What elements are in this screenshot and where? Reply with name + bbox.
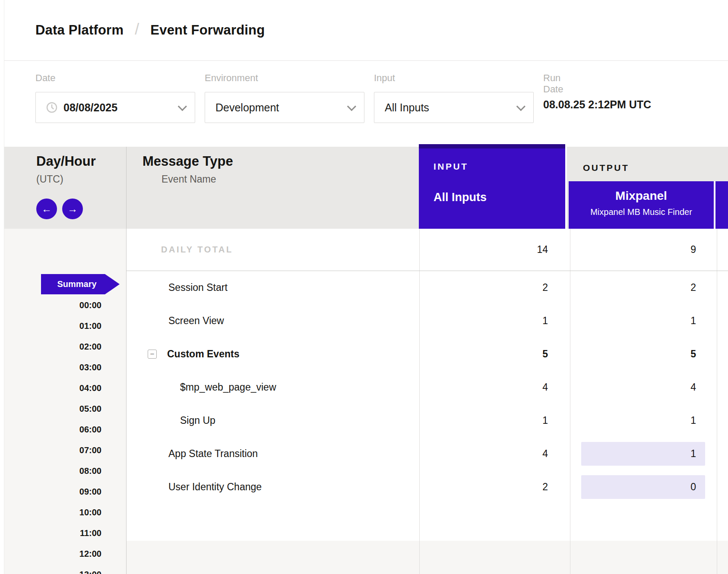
- table-row: Session Start 2 2: [127, 271, 728, 304]
- output-column-header-next-partial[interactable]: [714, 181, 728, 229]
- hour-item[interactable]: 09:00: [4, 486, 101, 498]
- event-row-label: Sign Up: [180, 404, 215, 437]
- table-row: $mp_web_page_view 4 4: [127, 371, 728, 404]
- input-column-header[interactable]: INPUT All Inputs: [419, 144, 567, 229]
- previous-day-button[interactable]: ←: [36, 199, 57, 219]
- output-connection-name: Mixpanel: [569, 189, 714, 203]
- collapse-icon[interactable]: −: [148, 350, 157, 359]
- hour-item[interactable]: 06:00: [4, 423, 101, 435]
- day-hour-timezone: (UTC): [36, 173, 63, 185]
- table-row: Screen View 1 1: [127, 304, 728, 337]
- breadcrumb: Data Platform / Event Forwarding: [4, 0, 728, 61]
- run-date-label: Run Date: [543, 73, 563, 95]
- event-row-label: Custom Events: [167, 337, 239, 371]
- clock-icon: [46, 102, 57, 113]
- daily-total-output-value: 9: [570, 229, 717, 271]
- table-footer-area: [127, 541, 728, 574]
- arrow-left-icon: ←: [41, 199, 52, 219]
- input-column-name: All Inputs: [434, 191, 487, 204]
- hour-list: 00:00 01:00 02:00 03:00 04:00 05:00 06:0…: [4, 299, 101, 574]
- breadcrumb-data-platform[interactable]: Data Platform: [35, 22, 123, 38]
- daily-total-label: DAILY TOTAL: [161, 229, 233, 271]
- hour-item[interactable]: 11:00: [4, 527, 101, 539]
- input-section-label: INPUT: [434, 161, 468, 172]
- input-filter-label: Input: [374, 73, 395, 84]
- output-connection-subtitle: Mixpanel MB Music Finder: [569, 207, 714, 217]
- arrow-right-icon: →: [67, 199, 78, 219]
- event-row-label: App State Transition: [168, 437, 258, 470]
- run-date-value: 08.08.25 2:12PM UTC: [543, 98, 651, 111]
- input-count-cell: 2: [419, 470, 569, 504]
- chevron-down-icon: [178, 102, 187, 111]
- input-count-cell: 1: [419, 404, 569, 437]
- output-count-cell: 1: [570, 404, 717, 437]
- table-row: User Identity Change 2 0: [127, 470, 728, 504]
- hour-item[interactable]: 13:00: [4, 568, 101, 574]
- hour-item[interactable]: 03:00: [4, 361, 101, 373]
- chevron-down-icon: [347, 102, 356, 111]
- input-count-cell: 2: [419, 271, 569, 304]
- hour-item[interactable]: 08:00: [4, 465, 101, 477]
- output-count-cell-highlighted[interactable]: 1: [570, 437, 717, 470]
- hour-item[interactable]: 04:00: [4, 382, 101, 394]
- event-row-label: Screen View: [168, 304, 224, 337]
- date-value: 08/08/2025: [63, 101, 117, 114]
- event-row-label: Session Start: [168, 271, 228, 304]
- table-body: Summary 00:00 01:00 02:00 03:00 04:00 05…: [4, 229, 728, 574]
- event-row-label: $mp_web_page_view: [180, 371, 276, 404]
- table-row: App State Transition 4 1: [127, 437, 728, 470]
- input-column-selected-indicator: [419, 144, 565, 148]
- breadcrumb-event-forwarding: Event Forwarding: [150, 22, 265, 38]
- input-value: All Inputs: [385, 101, 429, 114]
- summary-row-badge[interactable]: Summary: [41, 274, 120, 294]
- input-count-cell: 5: [419, 337, 569, 371]
- hour-item[interactable]: 02:00: [4, 341, 101, 353]
- hour-item[interactable]: 01:00: [4, 320, 101, 332]
- table-header: Day/Hour (UTC) ← → Message Type Event Na…: [4, 147, 728, 229]
- next-day-button[interactable]: →: [62, 199, 83, 219]
- event-name-subtitle: Event Name: [161, 173, 216, 185]
- hour-item[interactable]: 05:00: [4, 403, 101, 415]
- input-select[interactable]: All Inputs: [374, 92, 534, 123]
- breadcrumb-separator: /: [135, 20, 139, 38]
- environment-select[interactable]: Development: [205, 92, 364, 123]
- input-count-cell: 4: [419, 371, 569, 404]
- chevron-down-icon: [516, 102, 525, 111]
- daily-total-input-value: 14: [419, 229, 569, 271]
- input-count-cell: 4: [419, 437, 569, 470]
- date-select[interactable]: 08/08/2025: [35, 92, 195, 123]
- event-forwarding-page: Data Platform / Event Forwarding Date 08…: [0, 0, 728, 574]
- environment-value: Development: [215, 101, 279, 114]
- hour-item[interactable]: 00:00: [4, 299, 101, 311]
- day-hour-column-title: Day/Hour: [36, 154, 96, 169]
- column-divider: [126, 147, 127, 229]
- output-column-header-mixpanel[interactable]: Mixpanel Mixpanel MB Music Finder: [569, 181, 714, 229]
- output-count-cell: 4: [570, 371, 717, 404]
- hour-item[interactable]: 12:00: [4, 548, 101, 560]
- output-count-cell: 1: [570, 304, 717, 337]
- table-row: − Custom Events 5 5: [127, 337, 728, 371]
- hour-item[interactable]: 10:00: [4, 506, 101, 518]
- input-count-cell: 1: [419, 304, 569, 337]
- output-count-cell: 5: [570, 337, 717, 371]
- environment-filter-label: Environment: [205, 73, 258, 84]
- filter-bar: Date 08/08/2025 Environment Development: [4, 61, 728, 147]
- table-row: Sign Up 1 1: [127, 404, 728, 437]
- output-count-cell-highlighted[interactable]: 0: [570, 470, 717, 504]
- message-type-column-title: Message Type: [142, 154, 233, 169]
- hour-item[interactable]: 07:00: [4, 444, 101, 456]
- output-section-label: OUTPUT: [583, 163, 629, 173]
- date-filter-label: Date: [35, 73, 55, 84]
- event-row-label: User Identity Change: [168, 470, 262, 504]
- output-count-cell: 2: [570, 271, 717, 304]
- daily-total-row: DAILY TOTAL 14 9: [127, 229, 728, 271]
